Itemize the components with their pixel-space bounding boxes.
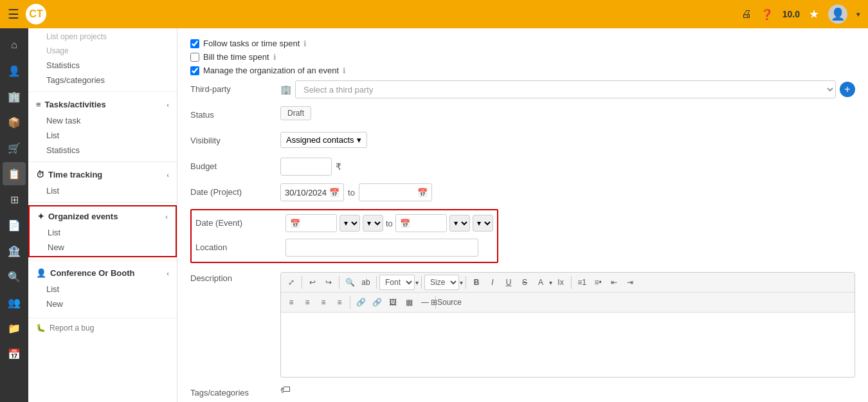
nav-tasks[interactable]: 📋 xyxy=(3,162,26,185)
font-select[interactable]: Font xyxy=(379,275,415,290)
manage-event-checkbox[interactable] xyxy=(190,66,199,75)
rte-toolbar-row-2: ≡ ≡ ≡ ≡ 🔗 🔗 🖼 ▦ — ⊞ Source xyxy=(281,293,854,313)
sidebar-item-usage[interactable]: Usage xyxy=(28,44,177,58)
nav-users[interactable]: 👥 xyxy=(3,291,26,314)
time-select-4[interactable]: ▾ xyxy=(473,215,493,232)
rte-unordered-list-btn[interactable]: ≡• xyxy=(590,275,606,290)
rte-sep-1 xyxy=(302,276,302,289)
budget-input[interactable] xyxy=(280,158,332,176)
location-value xyxy=(285,239,493,257)
rte-outdent-btn[interactable]: ⇤ xyxy=(606,275,622,290)
visibility-dropdown[interactable]: Assigned contacts ▾ xyxy=(280,132,367,148)
report-bug[interactable]: 🐛 Report a bug xyxy=(28,318,177,338)
date-event-cal-icon[interactable]: 📅 xyxy=(290,219,300,228)
sidebar-item-statistics-top[interactable]: Statistics xyxy=(28,58,177,73)
size-select[interactable]: Size xyxy=(424,275,459,290)
rte-align-left-btn[interactable]: ≡ xyxy=(284,295,299,310)
time-tracking-header[interactable]: ⏱ Time tracking ‹ xyxy=(28,166,177,183)
hamburger-menu[interactable]: ☰ xyxy=(8,6,19,22)
rte-image-btn[interactable]: 🖼 xyxy=(385,295,401,310)
report-bug-label: Report a bug xyxy=(50,324,94,333)
date-event-from[interactable]: 📅 xyxy=(285,214,337,232)
rte-align-right-btn[interactable]: ≡ xyxy=(316,295,331,310)
rte-search-btn[interactable]: 🔍 xyxy=(342,275,357,290)
user-avatar[interactable]: 👤 xyxy=(828,5,847,24)
time-select-1[interactable]: ▾ xyxy=(339,215,360,232)
rte-font-color-btn[interactable]: A xyxy=(533,275,548,290)
sidebar-item-list-time[interactable]: List xyxy=(28,183,177,198)
tag-icon[interactable]: 🏷 xyxy=(280,384,291,396)
date-project-value: 30/10/2024 📅 to 📅 xyxy=(280,183,855,201)
sidebar-item-new-conference[interactable]: New xyxy=(28,297,177,311)
conference-booth-header[interactable]: 👤 Conference Or Booth ‹ xyxy=(28,264,177,282)
rte-link-btn[interactable]: 🔗 xyxy=(353,295,368,310)
rte-redo-btn[interactable]: ↪ xyxy=(321,275,336,290)
location-label: Location xyxy=(195,239,285,252)
source-label: Source xyxy=(437,298,462,307)
rte-spellcheck-btn[interactable]: ab xyxy=(358,275,374,290)
source-icon: ⊞ xyxy=(431,298,437,307)
time-select-3[interactable]: ▾ xyxy=(449,215,470,232)
rte-clear-format-btn[interactable]: Ix xyxy=(553,275,568,290)
date-event-to-cal-icon[interactable]: 📅 xyxy=(400,219,410,228)
rte-align-justify-btn[interactable]: ≡ xyxy=(332,295,347,310)
sidebar-item-new-event[interactable]: New xyxy=(30,240,176,255)
bill-time-checkbox[interactable] xyxy=(190,53,199,62)
sidebar-item-list-events[interactable]: List xyxy=(30,225,176,240)
rte-body[interactable] xyxy=(281,313,854,377)
nav-person[interactable]: 👤 xyxy=(3,59,26,82)
manage-event-label: Manage the organization of an event xyxy=(203,66,339,75)
rte-font-color-dropdown[interactable]: ▾ xyxy=(549,279,552,286)
sidebar-item-list-open-projects[interactable]: List open projects xyxy=(28,30,177,44)
rte-table-btn[interactable]: ▦ xyxy=(401,295,417,310)
sidebar-item-new-task[interactable]: New task xyxy=(28,113,177,128)
date-to-input[interactable]: 📅 xyxy=(359,183,432,201)
time-select-2[interactable]: ▾ xyxy=(363,215,383,232)
rte-unlink-btn[interactable]: 🔗 xyxy=(369,295,384,310)
tasks-activities-header[interactable]: ≡ Tasks/activities ‹ xyxy=(28,96,177,113)
help-icon[interactable]: ❓ xyxy=(761,8,773,21)
print-icon[interactable]: 🖨 xyxy=(741,8,752,20)
rte-expand-btn[interactable]: ⤢ xyxy=(284,275,299,290)
nav-home[interactable]: ⌂ xyxy=(3,33,26,57)
date-from-input[interactable]: 30/10/2024 📅 xyxy=(280,183,344,201)
third-party-select[interactable]: Select a third party xyxy=(295,80,836,98)
sidebar-item-statistics-tasks[interactable]: Statistics xyxy=(28,143,177,158)
rte-ordered-list-btn[interactable]: ≡1 xyxy=(574,275,590,290)
sidebar-item-tags-categories-top[interactable]: Tags/categories xyxy=(28,73,177,87)
visibility-label: Visibility xyxy=(190,132,280,145)
date-to-field[interactable] xyxy=(363,188,415,197)
sidebar-item-list-conference[interactable]: List xyxy=(28,282,177,297)
top-header: ☰ CT 🖨 ❓ 10.0 ★ 👤 ▾ xyxy=(0,0,868,28)
add-third-party-button[interactable]: + xyxy=(840,82,855,97)
tasks-icon: ≡ xyxy=(36,100,41,109)
rte-indent-btn[interactable]: ⇥ xyxy=(622,275,638,290)
status-value: Draft xyxy=(280,106,855,120)
date-event-to[interactable]: 📅 xyxy=(395,214,447,232)
rte-italic-btn[interactable]: I xyxy=(485,275,500,290)
organized-events-header[interactable]: ✦ Organized events ‹ xyxy=(30,208,176,225)
nav-cart[interactable]: 🛒 xyxy=(3,136,26,160)
location-input[interactable] xyxy=(285,239,478,257)
nav-building[interactable]: 🏢 xyxy=(3,85,26,108)
nav-calendar[interactable]: 📅 xyxy=(3,342,26,365)
avatar-dropdown-icon[interactable]: ▾ xyxy=(856,10,860,19)
nav-doc[interactable]: 📄 xyxy=(3,214,26,237)
date-to-cal-icon[interactable]: 📅 xyxy=(417,188,428,197)
nav-box[interactable]: 📦 xyxy=(3,111,26,134)
nav-folder[interactable]: 📁 xyxy=(3,316,26,340)
date-from-cal-icon[interactable]: 📅 xyxy=(329,188,339,197)
rte-undo-btn[interactable]: ↩ xyxy=(305,275,320,290)
sidebar-item-list-tasks[interactable]: List xyxy=(28,128,177,143)
rte-bold-btn[interactable]: B xyxy=(469,275,484,290)
rte-underline-btn[interactable]: U xyxy=(501,275,516,290)
nav-search[interactable]: 🔍 xyxy=(3,265,26,288)
follow-tasks-checkbox[interactable] xyxy=(190,39,199,48)
rte-align-center-btn[interactable]: ≡ xyxy=(300,295,315,310)
rte-source-btn[interactable]: ⊞ Source xyxy=(439,295,454,310)
nav-grid[interactable]: ⊞ xyxy=(3,188,26,211)
header-left: ☰ CT xyxy=(8,4,46,24)
nav-bank[interactable]: 🏦 xyxy=(3,239,26,262)
star-icon[interactable]: ★ xyxy=(809,7,819,21)
rte-strikethrough-btn[interactable]: S xyxy=(517,275,532,290)
